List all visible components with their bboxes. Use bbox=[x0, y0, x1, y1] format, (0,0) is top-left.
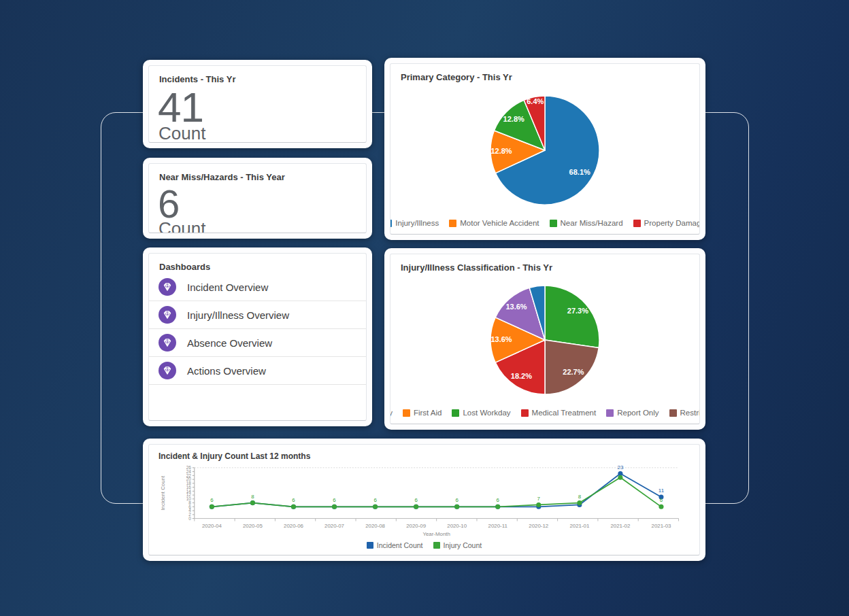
legend-label: Motor Vehicle Accident bbox=[460, 219, 539, 227]
legend-label: Injury Count bbox=[444, 541, 482, 549]
dashboard-link-incident-overview[interactable]: Incident Overview bbox=[149, 273, 366, 301]
card-primary-category-pie: Primary Category - This Yr 68.1%12.8%12.… bbox=[384, 58, 705, 240]
legend-swatch bbox=[433, 542, 440, 549]
x-tick-label: 2020-10 bbox=[447, 523, 467, 529]
legend-item-property-damage[interactable]: Property Damage bbox=[633, 219, 700, 227]
legend-label: Report Only bbox=[617, 409, 659, 417]
data-point-injury-count-2021-02[interactable] bbox=[618, 475, 622, 480]
data-point-label: 7 bbox=[537, 496, 540, 502]
kpi-unit: Count bbox=[149, 218, 366, 233]
dashboard-link-label: Injury/Illness Overview bbox=[187, 309, 289, 321]
x-tick-label: 2021-02 bbox=[610, 523, 630, 529]
data-point-injury-count-2021-03[interactable] bbox=[659, 504, 663, 509]
data-point-injury-count-2020-05[interactable] bbox=[250, 500, 255, 505]
data-point-label: 8 bbox=[251, 494, 254, 500]
x-axis-title: Year-Month bbox=[422, 531, 450, 537]
legend-item-restricted-duty[interactable]: Restricted Duty bbox=[669, 409, 700, 417]
legend-swatch bbox=[403, 409, 410, 417]
kpi-value: 41 bbox=[149, 86, 366, 129]
legend-label: Property Damage bbox=[644, 219, 700, 227]
x-tick-label: 2020-06 bbox=[284, 523, 303, 529]
pie-slice-lost-workday[interactable] bbox=[545, 286, 599, 348]
legend-swatch bbox=[449, 220, 456, 227]
pie-slice-restricted-duty[interactable] bbox=[545, 340, 599, 394]
y-axis-title: Incident Count bbox=[160, 475, 166, 510]
legend-label: Restricted Duty bbox=[680, 409, 700, 417]
dashboard-link-injury-illness-overview[interactable]: Injury/Illness Overview bbox=[149, 301, 366, 329]
data-point-injury-count-2020-10[interactable] bbox=[454, 504, 459, 509]
x-tick-label: 2020-12 bbox=[529, 523, 548, 529]
dashboard-canvas: Incidents - This Yr 41 Count Near Miss/H… bbox=[0, 0, 849, 616]
data-point-injury-count-2020-04[interactable] bbox=[210, 504, 214, 509]
data-point-injury-count-2020-12[interactable] bbox=[536, 502, 541, 507]
data-point-injury-count-2020-09[interactable] bbox=[414, 504, 418, 509]
gem-icon bbox=[159, 278, 176, 296]
data-point-label: 23 bbox=[618, 464, 624, 470]
legend-item-fatality[interactable]: Fatality bbox=[390, 409, 393, 417]
legend-item-incident-count[interactable]: Incident Count bbox=[367, 541, 423, 549]
legend-swatch bbox=[367, 542, 373, 549]
legend-item-motor-vehicle-accident[interactable]: Motor Vehicle Accident bbox=[449, 219, 539, 227]
legend-item-near-miss-hazard[interactable]: Near Miss/Hazard bbox=[550, 219, 623, 227]
legend-label: Incident Count bbox=[377, 541, 423, 549]
card-title: Dashboards bbox=[149, 254, 366, 273]
pie-slice-label: 18.2% bbox=[511, 372, 532, 380]
legend-item-injury-illness[interactable]: Injury/Illness bbox=[390, 219, 439, 227]
chart-title: Injury/Illness Classification - This Yr bbox=[390, 254, 699, 274]
legend-item-injury-count[interactable]: Injury Count bbox=[433, 541, 482, 549]
card-incidents-this-yr: Incidents - This Yr 41 Count bbox=[143, 60, 372, 148]
data-point-injury-count-2020-11[interactable] bbox=[495, 504, 500, 509]
chart-title: Incident & Injury Count Last 12 months bbox=[149, 445, 699, 461]
legend-swatch bbox=[550, 220, 557, 227]
pie-legend: Injury/IllnessMotor Vehicle AccidentNear… bbox=[390, 216, 699, 234]
series-line-incident-count bbox=[212, 474, 661, 507]
legend-label: Injury/Illness bbox=[395, 219, 439, 227]
legend-swatch bbox=[669, 409, 677, 417]
legend-item-medical-treatment[interactable]: Medical Treatment bbox=[521, 409, 597, 417]
dashboard-link-actions-overview[interactable]: Actions Overview bbox=[149, 357, 366, 385]
data-point-label: 11 bbox=[659, 487, 664, 494]
card-incident-injury-trend: Incident & Injury Count Last 12 months 0… bbox=[143, 439, 705, 561]
dashboard-link-label: Absence Overview bbox=[187, 337, 272, 349]
legend-label: First Aid bbox=[414, 409, 442, 417]
card-title: Incidents - This Yr bbox=[149, 66, 366, 86]
data-point-label: 6 bbox=[455, 497, 459, 503]
data-point-injury-count-2021-01[interactable] bbox=[577, 500, 582, 505]
legend-swatch bbox=[390, 220, 392, 227]
kpi-unit: Count bbox=[149, 123, 366, 143]
line-chart-incident-injury: 024681012141618202224262020-042020-05202… bbox=[149, 461, 699, 541]
dashboard-link-label: Actions Overview bbox=[187, 365, 266, 377]
legend-swatch bbox=[452, 409, 459, 417]
line-legend: Incident CountInjury Count bbox=[149, 541, 699, 555]
legend-item-lost-workday[interactable]: Lost Workday bbox=[452, 409, 510, 417]
x-tick-label: 2021-01 bbox=[569, 523, 589, 529]
gem-icon bbox=[159, 306, 176, 324]
card-injury-classification-pie: Injury/Illness Classification - This Yr … bbox=[384, 248, 705, 430]
data-point-label: 6 bbox=[333, 497, 336, 503]
dashboard-link-absence-overview[interactable]: Absence Overview bbox=[149, 329, 366, 357]
gem-icon bbox=[159, 362, 176, 379]
series-line-injury-count bbox=[212, 477, 661, 507]
legend-label: Lost Workday bbox=[463, 409, 510, 417]
pie-slice-label: 13.6% bbox=[505, 303, 527, 311]
legend-label: Fatality bbox=[390, 409, 393, 417]
pie-slice-label: 22.7% bbox=[563, 368, 584, 376]
pie-legend: FatalityFirst AidLost WorkdayMedical Tre… bbox=[390, 406, 699, 424]
data-point-injury-count-2020-07[interactable] bbox=[332, 504, 337, 509]
data-point-injury-count-2020-06[interactable] bbox=[291, 504, 296, 509]
data-point-label: 6 bbox=[210, 497, 214, 503]
legend-swatch bbox=[521, 409, 529, 417]
y-tick-label: 26 bbox=[186, 465, 192, 470]
data-point-label: 6 bbox=[414, 497, 418, 503]
card-title: Near Miss/Hazards - This Year bbox=[149, 164, 366, 184]
legend-item-report-only[interactable]: Report Only bbox=[606, 409, 659, 417]
legend-item-first-aid[interactable]: First Aid bbox=[403, 409, 442, 417]
data-point-injury-count-2020-08[interactable] bbox=[373, 504, 378, 509]
chart-title: Primary Category - This Yr bbox=[390, 64, 699, 84]
pie-slice-label: 13.6% bbox=[490, 335, 512, 343]
pie-slice-label: 6.4% bbox=[527, 97, 544, 105]
x-tick-label: 2020-05 bbox=[243, 523, 263, 529]
legend-label: Medical Treatment bbox=[532, 409, 597, 417]
x-tick-label: 2020-11 bbox=[488, 523, 507, 529]
card-near-miss-this-year: Near Miss/Hazards - This Year 6 Count bbox=[143, 158, 372, 239]
